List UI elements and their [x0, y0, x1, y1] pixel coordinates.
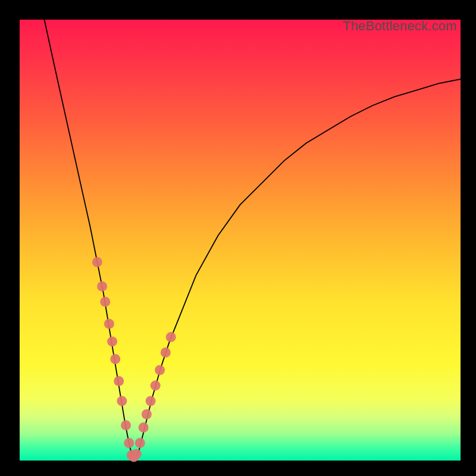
highlight-dot: [146, 396, 156, 406]
highlight-dot: [151, 381, 161, 391]
highlight-dot: [142, 409, 152, 419]
chart-frame: TheBottleneck.com: [0, 0, 476, 476]
highlight-dot: [131, 449, 142, 459]
highlight-dot: [166, 332, 176, 342]
highlight-dot: [100, 297, 110, 307]
chart-overlay-svg: [0, 0, 476, 476]
highlight-dot: [104, 319, 114, 329]
highlight-dot: [110, 354, 120, 364]
highlight-dot: [155, 365, 165, 375]
highlight-dot: [135, 438, 145, 448]
highlight-dot: [121, 420, 131, 430]
highlight-dot: [139, 422, 149, 433]
highlight-dot: [97, 281, 107, 292]
bottleneck-curve: [45, 20, 461, 458]
highlight-dot: [114, 376, 124, 386]
highlight-dot: [107, 336, 117, 346]
highlight-dot: [161, 347, 171, 358]
highlight-dot: [124, 438, 134, 448]
highlight-dot: [117, 396, 127, 406]
highlight-dot: [92, 257, 102, 267]
